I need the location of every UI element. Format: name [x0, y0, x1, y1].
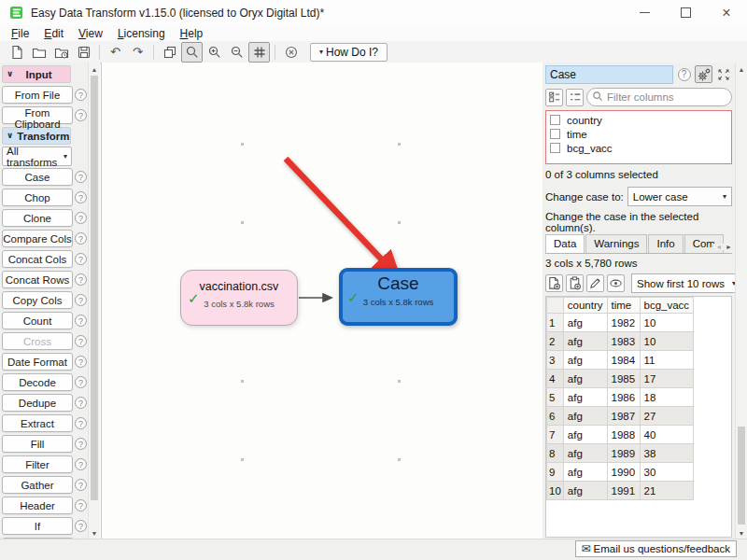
- node-name-input[interactable]: [545, 65, 673, 84]
- help-icon[interactable]: ?: [75, 335, 87, 347]
- node-vaccination-csv[interactable]: ✓ vaccination.csv 3 cols x 5.8k rows: [180, 270, 298, 326]
- sidebar-item-fill[interactable]: Fill: [2, 435, 73, 453]
- deselect-columns-button[interactable]: [566, 89, 584, 106]
- sidebar-item-date-format[interactable]: Date Format: [2, 353, 73, 371]
- transform-section-header[interactable]: ∨ Transform: [2, 127, 71, 145]
- column-row-time[interactable]: time: [546, 127, 731, 141]
- column-row-bcg_vacc[interactable]: bcg_vacc: [546, 141, 731, 155]
- maximize-button[interactable]: [665, 0, 706, 25]
- sidebar-item-case[interactable]: Case: [2, 168, 73, 186]
- sidebar-item-from-clipboard[interactable]: From Clipboard: [2, 106, 73, 124]
- cell[interactable]: afg: [563, 370, 607, 388]
- node-case[interactable]: ✓ Case 3 cols x 5.8k rows: [339, 268, 458, 326]
- row-number[interactable]: 10: [547, 482, 564, 500]
- help-icon[interactable]: ?: [75, 212, 87, 224]
- cell[interactable]: 10: [640, 332, 694, 351]
- cell[interactable]: afg: [563, 444, 607, 463]
- cell[interactable]: 1987: [607, 407, 640, 426]
- edit-values-button[interactable]: [586, 274, 604, 292]
- sidebar-item-extract[interactable]: Extract: [2, 414, 73, 432]
- cell[interactable]: 30: [640, 463, 694, 482]
- sidebar-item-header[interactable]: Header: [2, 497, 73, 514]
- right-panel-scrollbar[interactable]: ▲ ▼: [735, 63, 747, 539]
- cell[interactable]: 1982: [607, 314, 640, 332]
- cell[interactable]: afg: [563, 332, 607, 351]
- sidebar-item-chop[interactable]: Chop: [2, 189, 73, 206]
- help-icon[interactable]: ?: [75, 232, 87, 245]
- toggle-grid-button[interactable]: [248, 42, 270, 63]
- help-icon[interactable]: ?: [75, 315, 87, 327]
- cell[interactable]: 17: [640, 370, 694, 388]
- help-icon[interactable]: ?: [75, 397, 87, 409]
- new-file-button[interactable]: [6, 42, 27, 63]
- menu-view[interactable]: View: [71, 26, 110, 41]
- tab-info[interactable]: Info: [648, 234, 683, 253]
- help-icon[interactable]: ?: [75, 376, 87, 388]
- menu-file[interactable]: File: [4, 26, 36, 41]
- sidebar-item-clone[interactable]: Clone: [2, 209, 73, 227]
- cell[interactable]: 1985: [607, 370, 640, 388]
- row-number[interactable]: 9: [547, 463, 564, 482]
- help-icon[interactable]: ?: [75, 458, 87, 470]
- menu-edit[interactable]: Edit: [36, 26, 71, 41]
- cell[interactable]: 40: [640, 426, 694, 444]
- sidebar-item-dedupe[interactable]: Dedupe: [2, 394, 73, 412]
- cell[interactable]: 1984: [607, 351, 640, 370]
- sidebar-item-compare-cols[interactable]: Compare Cols: [2, 230, 73, 247]
- close-button[interactable]: ×: [706, 0, 747, 25]
- menu-licensing[interactable]: Licensing: [110, 26, 173, 41]
- cancel-button[interactable]: [280, 42, 302, 63]
- help-icon[interactable]: ?: [75, 273, 87, 286]
- zoom-out-button[interactable]: [226, 42, 247, 63]
- select-all-columns-button[interactable]: [545, 89, 563, 106]
- sidebar-item-count[interactable]: Count: [2, 312, 73, 329]
- scroll-down-icon[interactable]: ▼: [736, 527, 747, 539]
- cell[interactable]: 11: [640, 351, 694, 370]
- row-number[interactable]: 2: [547, 332, 564, 351]
- tab-warnings[interactable]: Warnings: [585, 234, 647, 253]
- help-icon[interactable]: ?: [75, 479, 87, 491]
- feedback-button[interactable]: ✉ Email us questions/feedback: [575, 540, 737, 557]
- cell[interactable]: afg: [563, 407, 607, 426]
- sidebar-scrollbar-thumb[interactable]: [91, 76, 98, 500]
- cell[interactable]: afg: [563, 314, 607, 332]
- column-header-time[interactable]: time: [607, 298, 640, 314]
- checkbox[interactable]: [550, 143, 560, 153]
- redo-button[interactable]: ↷: [127, 42, 148, 63]
- open-recent-button[interactable]: [50, 42, 72, 63]
- copy-to-clipboard-button[interactable]: [566, 274, 584, 292]
- tab-next-icon[interactable]: ►: [726, 244, 732, 250]
- checkbox[interactable]: [550, 129, 560, 139]
- help-icon[interactable]: ?: [75, 171, 87, 183]
- help-icon[interactable]: ?: [75, 253, 87, 265]
- column-header-country[interactable]: country: [563, 298, 607, 314]
- help-icon[interactable]: ?: [75, 356, 87, 368]
- cell[interactable]: 1990: [607, 463, 640, 482]
- help-icon[interactable]: ?: [75, 520, 87, 532]
- cell[interactable]: 1991: [607, 482, 640, 500]
- menu-help[interactable]: Help: [173, 26, 211, 41]
- expand-panel-button[interactable]: [714, 65, 732, 83]
- row-number[interactable]: 8: [547, 444, 564, 463]
- right-panel-scrollbar-thumb[interactable]: [738, 427, 745, 525]
- workflow-canvas[interactable]: ✓ vaccination.csv 3 cols x 5.8k rows ✓ C…: [101, 63, 543, 539]
- cell[interactable]: 1988: [607, 426, 640, 444]
- help-icon[interactable]: ?: [75, 191, 87, 203]
- checkbox[interactable]: [550, 115, 560, 125]
- filter-columns-input[interactable]: [586, 88, 732, 106]
- row-number[interactable]: 4: [547, 370, 564, 388]
- sidebar-item-copy-cols[interactable]: Copy Cols: [2, 291, 73, 309]
- tab-prev-icon[interactable]: ◄: [715, 244, 722, 250]
- scroll-down-icon[interactable]: ▼: [89, 527, 100, 539]
- show-rows-dropdown[interactable]: Show first 10 rows ▾: [631, 273, 735, 293]
- help-icon[interactable]: ?: [75, 499, 87, 511]
- column-row-country[interactable]: country: [546, 113, 731, 127]
- save-button[interactable]: [73, 42, 94, 63]
- row-number[interactable]: 1: [547, 314, 564, 332]
- preview-button[interactable]: [607, 274, 625, 292]
- sidebar-item-decode[interactable]: Decode: [2, 373, 73, 391]
- sidebar-item-from-file[interactable]: From File: [2, 86, 73, 104]
- cell[interactable]: afg: [563, 463, 607, 482]
- sidebar-item-concat-cols[interactable]: Concat Cols: [2, 250, 73, 268]
- cell[interactable]: 1983: [607, 332, 640, 351]
